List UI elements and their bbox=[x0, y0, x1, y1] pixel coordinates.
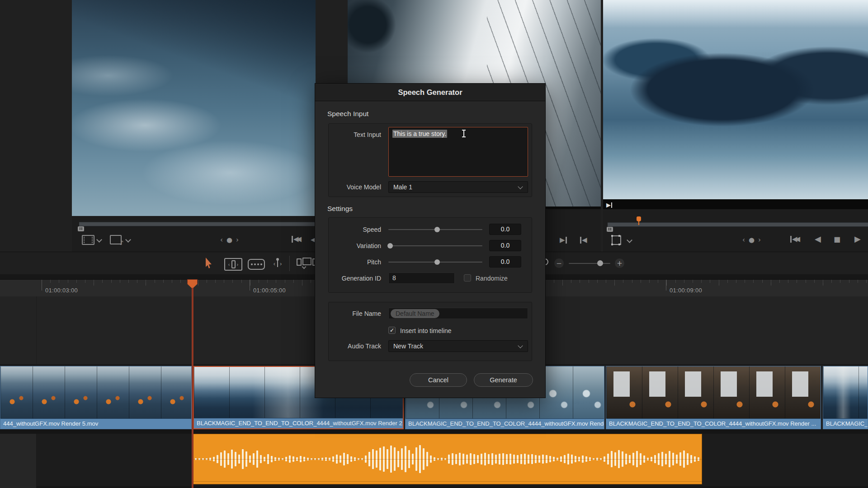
audio-lane-left-column bbox=[0, 434, 37, 488]
clip-caption: BLACKMAGIC_END_TO_END_TO_COLOR_4444_with… bbox=[406, 418, 604, 429]
razor-tool-icon[interactable] bbox=[248, 259, 265, 270]
file-name-input[interactable]: Default Name bbox=[388, 308, 528, 319]
video-clip[interactable]: BLACKMAGIC_EN... bbox=[823, 366, 868, 429]
secondary-scrub-bar[interactable] bbox=[608, 222, 868, 227]
pitch-value[interactable]: 0.0 bbox=[489, 256, 521, 267]
video-clip[interactable]: BLACKMAGIC_END_TO_END_TO_COLOR_4444_with… bbox=[606, 366, 821, 429]
next-frame-icon[interactable]: ▶ bbox=[560, 237, 567, 244]
media-clip-icon[interactable]: ♪ bbox=[110, 235, 122, 244]
variation-slider-handle[interactable] bbox=[387, 243, 393, 249]
dialog-title: Speech Generator bbox=[315, 84, 545, 101]
skip-to-start-icon[interactable]: ◀◀ bbox=[790, 236, 800, 243]
viewer-black-bar bbox=[603, 199, 868, 209]
chevron-down-icon bbox=[518, 184, 523, 189]
chevron-down-icon bbox=[518, 343, 523, 348]
file-name-label: File Name bbox=[329, 310, 381, 317]
source-viewer-scrub-marker[interactable] bbox=[78, 226, 84, 231]
voice-model-label: Voice Model bbox=[329, 183, 381, 191]
toolbar-separator bbox=[289, 256, 290, 271]
zoom-slider-handle[interactable] bbox=[597, 260, 603, 266]
audio-track-dropdown[interactable]: New Track bbox=[388, 340, 528, 352]
zoom-slider-track[interactable] bbox=[569, 263, 610, 264]
playhead-line bbox=[192, 288, 193, 488]
speed-slider-handle[interactable] bbox=[434, 227, 440, 232]
viewer-mode-dropdown-icon[interactable] bbox=[97, 238, 101, 242]
crop-dropdown-icon[interactable] bbox=[627, 238, 632, 242]
speech-generator-dialog: Speech Generator Speech Input Text Input… bbox=[315, 83, 546, 398]
audio-clip[interactable] bbox=[193, 434, 702, 484]
source-jog-controls[interactable]: ‹●› bbox=[220, 236, 242, 244]
settings-group: Speed 0.0 Variation 0.0 Pitch 0.0 Genera… bbox=[328, 217, 532, 293]
text-cursor-ibeam bbox=[463, 131, 464, 136]
generation-id-label: Generation ID bbox=[329, 275, 381, 282]
variation-slider[interactable] bbox=[388, 243, 482, 249]
pitch-slider-handle[interactable] bbox=[434, 259, 440, 265]
secondary-viewer-video bbox=[603, 0, 868, 199]
output-group: File Name Default Name ✓ Insert into tim… bbox=[328, 302, 532, 361]
clip-thumbnails bbox=[0, 366, 191, 419]
clip-caption: BLACKMAGIC_END_TO_END_TO_COLOR_4444_with… bbox=[606, 418, 821, 429]
clip-thumbnails bbox=[823, 366, 868, 419]
video-clip[interactable]: 444_withoutGFX.mov Render 5.mov bbox=[0, 366, 192, 429]
pitch-slider[interactable] bbox=[388, 259, 482, 265]
cancel-button[interactable]: Cancel bbox=[410, 373, 467, 387]
pitch-label: Pitch bbox=[329, 258, 381, 266]
prev-frame-icon[interactable]: ◀ bbox=[580, 237, 587, 244]
text-input-value: This is a true story. bbox=[392, 130, 447, 138]
play-forward-icon[interactable]: ▶ bbox=[854, 235, 861, 242]
timecode-label: 01:00:03:00 bbox=[45, 287, 78, 294]
variation-label: Variation bbox=[329, 242, 381, 249]
insert-into-timeline-label: Insert into timeline bbox=[400, 327, 452, 334]
settings-section-label: Settings bbox=[327, 205, 353, 213]
clip-caption: BLACKMAGIC_END_TO_END_TO_COLOR_4444_with… bbox=[194, 418, 403, 428]
clip-thumbnails bbox=[606, 366, 821, 419]
zoom-out-button[interactable]: − bbox=[554, 258, 564, 268]
variation-value[interactable]: 0.0 bbox=[489, 240, 521, 251]
crop-frame-icon[interactable] bbox=[612, 235, 621, 245]
audio-track-label: Audio Track bbox=[329, 343, 381, 350]
randomize-label: Randomize bbox=[476, 275, 508, 282]
speed-label: Speed bbox=[329, 226, 381, 233]
generate-button[interactable]: Generate bbox=[474, 373, 533, 387]
source-viewer-scrub-bar[interactable] bbox=[79, 222, 316, 226]
app-window: ♪ ‹●› ◀◀ ◀ ▶ ◀ ▶ ‹●› ◀◀ ◀ ■ ▶ ‹› bbox=[0, 0, 868, 488]
randomize-checkbox[interactable] bbox=[464, 274, 471, 282]
clip-caption: BLACKMAGIC_EN... bbox=[823, 418, 868, 429]
secondary-viewer-panel: ▶ ‹●› ◀◀ ◀ ■ ▶ bbox=[603, 0, 868, 252]
trim-edit-mode-icon[interactable]: ‹› bbox=[224, 258, 242, 271]
skip-to-start-icon[interactable]: ◀◀ bbox=[292, 236, 302, 243]
media-dropdown-icon[interactable] bbox=[126, 238, 130, 242]
speed-slider[interactable] bbox=[388, 227, 482, 232]
speech-input-group: Text Input This is a true story. Voice M… bbox=[328, 123, 532, 197]
selection-tool-icon[interactable] bbox=[205, 258, 212, 268]
timecode-label: 01:00:05:00 bbox=[253, 287, 286, 294]
text-input-label: Text Input bbox=[329, 131, 381, 138]
zoom-in-button[interactable]: + bbox=[615, 258, 624, 268]
voice-model-dropdown[interactable]: Male 1 bbox=[388, 181, 528, 193]
source-viewer-video bbox=[72, 0, 316, 216]
secondary-playhead-pin[interactable] bbox=[637, 216, 641, 221]
timecode-label: 01:00:09:00 bbox=[670, 287, 702, 294]
clip-caption: 444_withoutGFX.mov Render 5.mov bbox=[0, 418, 191, 429]
viewer-mode-icon[interactable] bbox=[82, 235, 94, 245]
speed-value[interactable]: 0.0 bbox=[489, 224, 521, 235]
source-viewer-panel: ♪ ‹●› ◀◀ ◀ bbox=[72, 0, 316, 252]
play-reverse-icon[interactable]: ◀ bbox=[815, 235, 821, 242]
secondary-jog-controls[interactable]: ‹●› bbox=[742, 236, 764, 244]
generation-id-input[interactable]: 8 bbox=[388, 272, 455, 284]
text-input-field[interactable]: This is a true story. bbox=[388, 127, 528, 177]
dynamic-trim-icon[interactable]: ‹› bbox=[269, 258, 287, 269]
stop-icon[interactable]: ■ bbox=[834, 236, 840, 243]
file-name-placeholder: Default Name bbox=[391, 309, 439, 318]
play-to-end-icon[interactable]: ▶ bbox=[606, 202, 613, 208]
secondary-scrub-marker[interactable] bbox=[607, 227, 613, 232]
speech-input-section-label: Speech Input bbox=[327, 110, 368, 118]
insert-into-timeline-checkbox[interactable]: ✓ bbox=[388, 327, 396, 334]
